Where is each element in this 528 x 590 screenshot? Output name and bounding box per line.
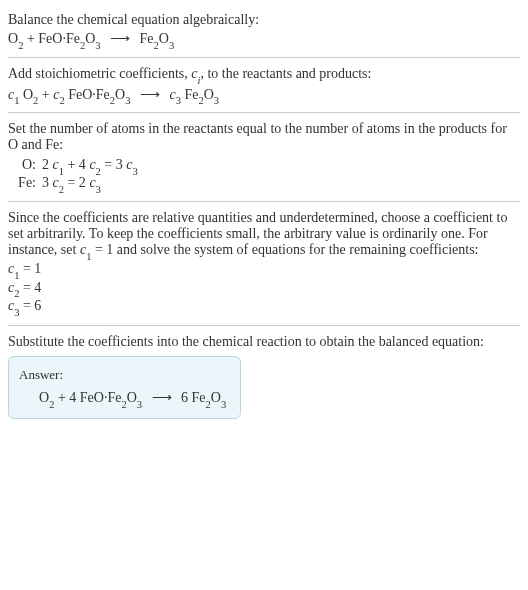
coefficient-value: c1 = 1 (8, 261, 520, 279)
section-coefficients: Add stoichiometric coefficients, ci, to … (8, 58, 520, 114)
element-label: O: (8, 157, 36, 173)
section-solve: Since the coefficients are relative quan… (8, 202, 520, 326)
element-label: Fe: (8, 175, 36, 191)
section-title: Substitute the coefficients into the che… (8, 334, 520, 350)
balanced-equation: O2 + 4 FeO·Fe2O3 ⟶ 6 Fe2O3 (39, 389, 226, 408)
section-title: Balance the chemical equation algebraica… (8, 12, 520, 28)
equation-row: Fe: 3 c2 = 2 c3 (8, 175, 520, 193)
element-equation: 2 c1 + 4 c2 = 3 c3 (42, 157, 138, 175)
answer-box: Answer: O2 + 4 FeO·Fe2O3 ⟶ 6 Fe2O3 (8, 356, 241, 419)
element-equation: 3 c2 = 2 c3 (42, 175, 101, 193)
unbalanced-equation: O2 + FeO·Fe2O3 ⟶ Fe2O3 (8, 30, 520, 49)
section-paragraph: Since the coefficients are relative quan… (8, 210, 520, 260)
coefficient-equation: c1 O2 + c2 FeO·Fe2O3 ⟶ c3 Fe2O3 (8, 86, 520, 105)
coefficient-value: c3 = 6 (8, 298, 520, 316)
section-balance-prompt: Balance the chemical equation algebraica… (8, 4, 520, 58)
section-atom-balance: Set the number of atoms in the reactants… (8, 113, 520, 202)
section-title: Set the number of atoms in the reactants… (8, 121, 520, 153)
coefficient-solutions: c1 = 1 c2 = 4 c3 = 6 (8, 261, 520, 316)
section-substitute: Substitute the coefficients into the che… (8, 326, 520, 419)
answer-label: Answer: (19, 367, 226, 383)
atom-equations: O: 2 c1 + 4 c2 = 3 c3 Fe: 3 c2 = 2 c3 (8, 157, 520, 193)
section-title: Add stoichiometric coefficients, ci, to … (8, 66, 520, 84)
coefficient-value: c2 = 4 (8, 280, 520, 298)
equation-row: O: 2 c1 + 4 c2 = 3 c3 (8, 157, 520, 175)
